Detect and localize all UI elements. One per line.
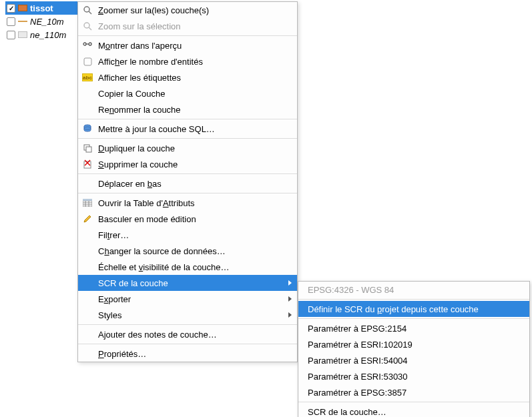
menu-change-data-source[interactable]: Changer la source de données… <box>78 243 297 259</box>
zoom-icon <box>81 4 94 16</box>
menu-label: Paramétrer à ESRI:53030 <box>301 372 524 382</box>
menu-label: Supprimer la couche <box>98 159 292 169</box>
menu-label: Propriétés… <box>98 349 292 359</box>
menu-properties[interactable]: Propriétés… <box>78 346 297 362</box>
menu-label: Dupliquer la couche <box>98 143 292 153</box>
svg-rect-23 <box>83 199 92 201</box>
menu-remove-layer[interactable]: Supprimer la couche <box>78 156 297 172</box>
blank-icon <box>81 103 94 115</box>
blank-icon <box>81 348 94 360</box>
blank-icon <box>81 177 94 189</box>
menu-open-attribute-table[interactable]: Ouvrir la Table d'Attributs <box>78 195 297 211</box>
menu-label: Échelle et visibilité de la couche… <box>98 262 292 272</box>
menu-label: Définir le SCR du projet depuis cette co… <box>301 304 524 314</box>
layer-row-tissot[interactable]: ✓ tissot <box>5 1 85 15</box>
menu-label: Mettre à jour la couche SQL… <box>98 124 292 134</box>
svg-point-0 <box>84 7 89 12</box>
menu-label: Renommer la couche <box>98 105 292 115</box>
submenu-layer-crs-dialog[interactable]: SCR de la couche… <box>298 404 529 417</box>
layer-swatch-icon <box>18 5 27 11</box>
menu-layer-crs[interactable]: SCR de la couche <box>78 275 297 291</box>
menu-separator <box>78 344 297 344</box>
menu-toggle-editing[interactable]: Basculer en mode édition <box>78 211 297 227</box>
menu-separator <box>298 318 529 319</box>
svg-point-4 <box>83 43 86 45</box>
menu-copy-layer[interactable]: Copier la Couche <box>78 85 297 101</box>
checkbox-empty-icon <box>81 55 94 67</box>
layer-checkbox[interactable] <box>7 17 15 26</box>
menu-label: Déplacer en bas <box>98 179 292 189</box>
database-icon <box>81 123 94 135</box>
menu-label: Paramétrer à EPSG:3857 <box>301 388 524 398</box>
menu-label: Zoom sur la sélection <box>98 21 292 31</box>
layer-label: NE_10m <box>30 17 64 27</box>
submenu-set-esri-53030[interactable]: Paramétrer à ESRI:53030 <box>298 368 529 384</box>
menu-show-feature-count[interactable]: Afficher le nombre d'entités <box>78 53 297 69</box>
layer-row-ne110m[interactable]: ne_110m <box>5 28 85 41</box>
menu-label: SCR de la couche <box>98 278 288 288</box>
blank-icon <box>81 245 94 257</box>
menu-label: Copier la Couche <box>98 89 292 99</box>
menu-separator <box>78 138 297 139</box>
menu-zoom-to-layer[interactable]: Zoomer sur la(les) couche(s) <box>78 2 297 18</box>
submenu-arrow-icon <box>288 296 292 302</box>
menu-scale-visibility[interactable]: Échelle et visibilité de la couche… <box>78 259 297 275</box>
layers-panel: ✓ tissot NE_10m ne_110m <box>5 1 85 41</box>
submenu-set-esri-102019[interactable]: Paramétrer à ESRI:102019 <box>298 336 529 352</box>
menu-move-to-bottom[interactable]: Déplacer en bas <box>78 175 297 191</box>
overview-icon <box>81 39 94 51</box>
menu-separator <box>78 35 297 36</box>
label-icon: abc <box>81 71 94 83</box>
layer-swatch-icon <box>18 21 27 22</box>
submenu-set-epsg-3857[interactable]: Paramétrer à EPSG:3857 <box>298 384 529 400</box>
blank-icon <box>81 261 94 273</box>
submenu-set-project-crs[interactable]: Définir le SCR du projet depuis cette co… <box>298 301 529 317</box>
layer-context-menu: Zoomer sur la(les) couche(s) Zoom sur la… <box>77 1 298 362</box>
menu-label: Montrer dans l'aperçu <box>98 41 292 51</box>
menu-separator <box>78 193 297 193</box>
menu-styles[interactable]: Styles <box>78 307 297 323</box>
svg-text:abc: abc <box>83 75 92 81</box>
menu-zoom-to-selection: Zoom sur la sélection <box>78 18 297 34</box>
menu-label: Afficher le nombre d'entités <box>98 57 292 67</box>
pencil-icon <box>81 213 94 225</box>
menu-rename-layer[interactable]: Renommer la couche <box>78 101 297 117</box>
menu-update-sql[interactable]: Mettre à jour la couche SQL… <box>78 121 297 137</box>
svg-line-3 <box>89 27 91 30</box>
remove-icon <box>81 158 94 170</box>
menu-separator <box>78 119 297 119</box>
menu-label: Exporter <box>98 294 288 304</box>
menu-filter[interactable]: Filtrer… <box>78 227 297 243</box>
blank-icon <box>81 328 94 340</box>
layer-row-ne10m[interactable]: NE_10m <box>5 15 85 28</box>
menu-show-in-overview[interactable]: Montrer dans l'aperçu <box>78 37 297 53</box>
menu-label: SCR de la couche… <box>301 407 524 417</box>
menu-show-labels[interactable]: abc Afficher les étiquettes <box>78 69 297 85</box>
svg-point-5 <box>89 43 91 45</box>
svg-point-2 <box>84 23 89 28</box>
layer-swatch-icon <box>18 31 27 38</box>
svg-rect-7 <box>84 58 91 65</box>
layer-label: ne_110m <box>30 30 66 40</box>
menu-label: Styles <box>98 310 288 320</box>
menu-separator <box>298 299 529 300</box>
svg-rect-13 <box>86 147 91 152</box>
menu-duplicate-layer[interactable]: Dupliquer la couche <box>78 140 297 156</box>
menu-add-layer-notes[interactable]: Ajouter des notes de couche… <box>78 326 297 342</box>
table-icon <box>81 197 94 209</box>
menu-label: Changer la source de données… <box>98 246 292 256</box>
svg-line-1 <box>89 11 91 14</box>
crs-submenu: EPSG:4326 - WGS 84 Définir le SCR du pro… <box>298 281 530 417</box>
menu-export[interactable]: Exporter <box>78 291 297 307</box>
menu-label: Paramétrer à ESRI:102019 <box>301 340 524 350</box>
menu-label: Filtrer… <box>98 230 292 240</box>
menu-label: Paramétrer à ESRI:54004 <box>301 356 524 366</box>
submenu-arrow-icon <box>288 312 292 318</box>
submenu-set-epsg-2154[interactable]: Paramétrer à EPSG:2154 <box>298 320 529 336</box>
layer-checkbox[interactable]: ✓ <box>7 4 15 13</box>
submenu-arrow-icon <box>288 280 292 286</box>
layer-checkbox[interactable] <box>7 31 15 39</box>
menu-label: EPSG:4326 - WGS 84 <box>301 285 524 295</box>
submenu-set-esri-54004[interactable]: Paramétrer à ESRI:54004 <box>298 352 529 368</box>
blank-icon <box>81 229 94 241</box>
